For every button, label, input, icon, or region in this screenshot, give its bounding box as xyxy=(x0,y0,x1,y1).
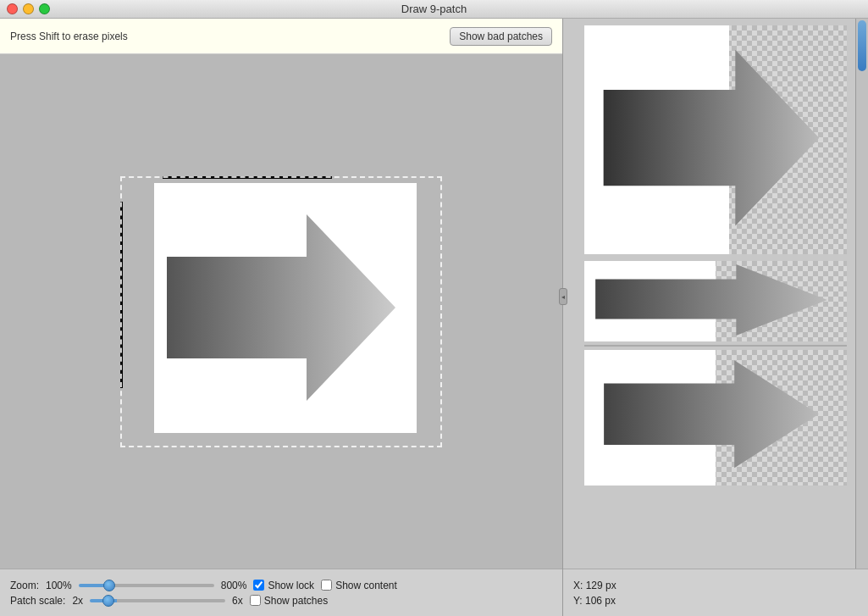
info-text: Press Shift to erase pixels xyxy=(10,31,128,42)
show-lock-container: Show lock xyxy=(253,580,314,591)
minimize-button[interactable] xyxy=(23,3,34,14)
scale-slider[interactable] xyxy=(90,599,225,602)
x-coord: X: 129 px xyxy=(573,580,858,591)
svg-marker-0 xyxy=(167,214,395,401)
preview-checker-2 xyxy=(584,261,847,341)
collapse-handle[interactable]: ◂ xyxy=(559,288,567,305)
patch-line-top xyxy=(163,176,332,179)
svg-marker-1 xyxy=(604,50,820,226)
show-patches-checkbox[interactable] xyxy=(250,595,261,606)
preview-arrow-2 xyxy=(589,263,834,337)
scale-label: Patch scale: xyxy=(10,595,65,607)
scrollbar-thumb[interactable] xyxy=(858,20,866,71)
show-content-container: Show content xyxy=(321,580,397,591)
right-scrollbar[interactable]: ▲ ▼ xyxy=(855,19,868,616)
preview-checker-1 xyxy=(584,25,847,254)
scale-min-label: 2x xyxy=(72,595,83,607)
close-button[interactable] xyxy=(7,3,18,14)
preview-section-3 xyxy=(584,350,847,486)
svg-marker-2 xyxy=(595,264,827,336)
zoom-min-label: 100% xyxy=(46,580,72,591)
svg-marker-3 xyxy=(604,360,819,468)
canvas-area[interactable] xyxy=(0,54,562,569)
zoom-label: Zoom: xyxy=(10,580,39,591)
show-patches-label: Show patches xyxy=(264,595,328,607)
left-panel: Press Shift to erase pixels Show bad pat… xyxy=(0,19,563,616)
toolbar-row2: Patch scale: 2x 6x Show patches xyxy=(10,595,552,607)
zoom-slider[interactable] xyxy=(79,584,214,587)
show-content-checkbox[interactable] xyxy=(321,580,332,591)
toolbar-row1: Zoom: 100% 800% Show lock Show content xyxy=(10,580,552,591)
window-controls xyxy=(7,3,50,14)
y-coord: Y: 106 px xyxy=(573,595,858,607)
coords-display: X: 129 px Y: 106 px xyxy=(563,569,868,616)
preview-arrow-1 xyxy=(593,34,830,246)
main-layout: Press Shift to erase pixels Show bad pat… xyxy=(0,19,868,616)
preview-arrow-3 xyxy=(589,354,834,477)
right-panel-inner[interactable] xyxy=(563,19,868,616)
show-patches-container: Show patches xyxy=(250,595,328,607)
maximize-button[interactable] xyxy=(39,3,50,14)
show-lock-label: Show lock xyxy=(268,580,314,591)
show-bad-patches-button[interactable]: Show bad patches xyxy=(450,27,552,46)
preview-divider xyxy=(584,345,847,347)
bottom-toolbar: Zoom: 100% 800% Show lock Show content P… xyxy=(0,569,562,616)
patch-image-container[interactable] xyxy=(120,176,442,447)
patch-line-left xyxy=(120,202,123,388)
preview-section-1 xyxy=(584,25,847,254)
preview-section-2 xyxy=(584,261,847,341)
zoom-max-label: 800% xyxy=(221,580,247,591)
window-title: Draw 9-patch xyxy=(401,3,467,15)
show-lock-checkbox[interactable] xyxy=(253,580,264,591)
info-bar: Press Shift to erase pixels Show bad pat… xyxy=(0,19,562,54)
preview-checker-3 xyxy=(584,350,847,486)
titlebar: Draw 9-patch xyxy=(0,0,868,19)
arrow-image xyxy=(158,197,404,422)
scale-max-label: 6x xyxy=(232,595,243,607)
right-panel: ▲ ▼ X: 129 px Y: 106 px xyxy=(563,19,868,616)
show-content-label: Show content xyxy=(335,580,397,591)
